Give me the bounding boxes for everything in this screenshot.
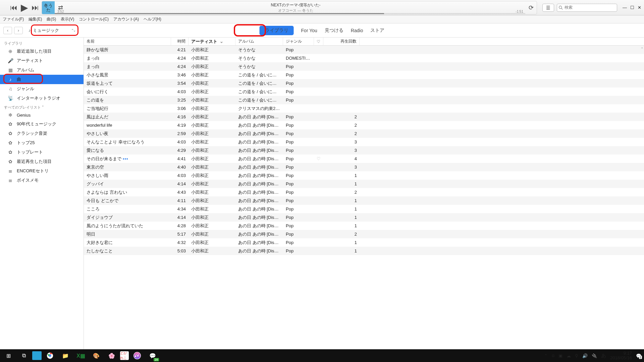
menu-item[interactable]: 曲(S) (47, 16, 56, 22)
sidebar-item[interactable]: ≣ENCOREセトリ (0, 166, 84, 176)
col-plays[interactable]: 再生回数 (323, 38, 360, 45)
table-row[interactable]: やさしい雨4:03小田和正あの日 あの時 [Disc 3]Pop1 (84, 171, 644, 180)
nav-tab[interactable]: ライブラリ (260, 26, 294, 35)
table-row[interactable]: そんなことより 幸せになろう4:03小田和正あの日 あの時 [Disc 3]Po… (84, 138, 644, 146)
nav-tab[interactable]: For You (301, 28, 317, 33)
tray-volume-icon[interactable]: 🔊 (582, 353, 588, 358)
tray-chevron-icon[interactable]: ⌃ (544, 353, 548, 358)
table-row[interactable]: 坂道を上って3:54小田和正この道を / 会いに行く…Pop (84, 79, 644, 87)
sidebar-item[interactable]: 🎤アーティスト (0, 56, 84, 65)
search-input[interactable] (565, 5, 615, 10)
col-name[interactable]: 名前 (84, 38, 171, 45)
nav-tab[interactable]: 見つける (325, 27, 343, 34)
table-row[interactable]: たしかなこと5:03小田和正あの日 あの時 [Disc 3]Pop1 (84, 247, 644, 255)
repeat-button[interactable]: ⟳ (525, 4, 537, 11)
table-row[interactable]: まっ白4:24小田和正そうかなDOMESTIC… (84, 54, 644, 62)
sidebar-item[interactable]: ♪曲 (0, 75, 84, 84)
table-row[interactable]: ダイジョウブ4:14小田和正あの日 あの時 [Disc 3]Pop1 (84, 213, 644, 222)
up-next-button[interactable]: ☰ (542, 4, 554, 12)
sidebar-item-label: クラシック音楽 (17, 130, 47, 136)
media-picker[interactable]: ♪ ミュージック ⌃⌄ (25, 26, 79, 35)
menu-item[interactable]: コントロール(C) (79, 16, 109, 22)
sidebar-item[interactable]: ✿トップレート (0, 147, 84, 157)
sidebar-item[interactable]: ▦アルバム (0, 65, 84, 75)
tray-onedrive-icon[interactable]: ☁ (567, 353, 571, 358)
tray-clock[interactable]: 9:172018/05/16 (610, 351, 632, 361)
taskbar-app-paint[interactable]: 🎨 (89, 349, 103, 362)
sidebar-item[interactable]: ✻Genius (0, 111, 84, 119)
tray-power-icon[interactable]: 🔌 (592, 353, 597, 358)
sidebar-item[interactable]: ✿クラシック音楽 (0, 129, 84, 138)
table-row[interactable]: こころ4:34小田和正あの日 あの時 [Disc 3]Pop1 (84, 205, 644, 213)
table-row[interactable]: まっ白4:24小田和正そうかなPop (84, 62, 644, 71)
taskbar-app[interactable]: 🌸 (105, 349, 119, 362)
table-row[interactable]: 小さな風景3:46小田和正この道を / 会いに行く…Pop (84, 71, 644, 79)
menu-item[interactable]: ファイル(F) (3, 16, 24, 22)
tray-notifications-icon[interactable]: 💬2 (636, 353, 641, 358)
table-row[interactable]: 大好きな君に4:32小田和正あの日 あの時 [Disc 3]Pop1 (84, 238, 644, 247)
back-button[interactable]: ‹ (3, 27, 12, 34)
table-row[interactable]: グッバイ4:14小田和正あの日 あの時 [Disc 3]Pop1 (84, 180, 644, 188)
table-row[interactable]: 東京の空4:40小田和正あの日 あの時 [Disc 3]Pop3 (84, 163, 644, 171)
taskbar-app-explorer[interactable]: 📁 (58, 349, 72, 362)
table-row[interactable]: 風のようにうたが流れていた4:28小田和正あの日 あの時 [Disc 3]Pop… (84, 222, 644, 230)
tray-ime-mode[interactable]: あ (601, 353, 606, 359)
taskbar-app[interactable] (32, 351, 42, 360)
table-row[interactable]: 会いに行く4:03小田和正この道を / 会いに行く…Pop (84, 87, 644, 96)
col-love[interactable]: ♡ (314, 38, 323, 45)
scroll-up-icon[interactable]: ⌃ (641, 47, 643, 51)
tray-dropbox-icon[interactable]: ⧈ (552, 353, 554, 358)
minimize-button[interactable]: — (623, 5, 627, 10)
sidebar-item[interactable]: ≣ボイスメモ (0, 176, 84, 185)
table-row[interactable]: ご当地紀行3:06小田和正クリスマスの約束2008 (84, 104, 644, 113)
taskbar-app-chrome[interactable] (43, 349, 57, 362)
play-button[interactable]: ▶ (21, 2, 28, 13)
table-row[interactable]: 静かな場所4:21小田和正そうかなPop (84, 46, 644, 54)
table-row[interactable]: 愛になる4:29小田和正あの日 あの時 [Disc 3]Pop3 (84, 146, 644, 155)
taskbar-app-excel[interactable]: X▦ (74, 349, 88, 362)
col-artist[interactable]: アーティスト ⌄ (189, 38, 235, 45)
col-time[interactable]: 時間 (171, 38, 189, 45)
col-genre[interactable]: ジャンル (283, 38, 314, 45)
cell-love[interactable]: ♡ (314, 156, 323, 161)
taskbar-app[interactable]: どがれこ (120, 351, 129, 360)
table-row[interactable]: その日が来るまで•••4:41小田和正あの日 あの時 [Disc 3]Pop♡4 (84, 155, 644, 163)
menu-item[interactable]: ヘルプ(H) (144, 16, 161, 22)
track-list[interactable]: ⌃ 静かな場所4:21小田和正そうかなPopまっ白4:24小田和正そうかなDOM… (84, 46, 644, 349)
start-button[interactable]: ⊞ (1, 349, 15, 362)
table-row[interactable]: 今日も どこかで4:11小田和正あの日 あの時 [Disc 3]Pop1 (84, 196, 644, 205)
table-row[interactable]: やさしい夜2:59小田和正あの日 あの時 [Disc 3]Pop2 (84, 129, 644, 138)
sidebar-item[interactable]: ♫ジャンル (0, 84, 84, 94)
search-field[interactable] (557, 4, 617, 12)
task-view-button[interactable]: ⧉ (17, 349, 31, 362)
col-album[interactable]: アルバム (235, 38, 283, 45)
tray-icon[interactable]: ▣ (558, 353, 562, 358)
menu-item[interactable]: 表示(V) (61, 16, 74, 22)
prev-track-button[interactable]: ⏮ (10, 3, 17, 12)
sidebar-item[interactable]: ✿90年代ミュージック (0, 119, 84, 129)
table-row[interactable]: この道を3:25小田和正この道を / 会いに行く…Pop (84, 96, 644, 104)
forward-button[interactable]: › (14, 27, 23, 34)
menu-item[interactable]: アカウント(A) (113, 16, 139, 22)
sidebar-item[interactable]: ⊕最近追加した項目 (0, 47, 84, 56)
tray-network-icon[interactable]: ⚲ (575, 353, 578, 358)
nav-tab[interactable]: ストア (370, 27, 384, 34)
table-row[interactable]: 明日5:17小田和正あの日 あの時 [Disc 3]Pop2 (84, 230, 644, 238)
table-row[interactable]: 風は止んだ4:16小田和正あの日 あの時 [Disc 3]Pop2 (84, 113, 644, 121)
progress-bar[interactable] (55, 13, 525, 14)
taskbar-app-itunes[interactable] (130, 349, 144, 362)
table-row[interactable]: さよならは 言わない4:43小田和正あの日 あの時 [Disc 3]Pop2 (84, 188, 644, 196)
nav-tab[interactable]: Radio (351, 28, 363, 33)
album-art[interactable]: 冬うた (42, 1, 55, 14)
sidebar-item[interactable]: 📡インターネットラジオ (0, 94, 84, 103)
taskbar-app-line[interactable]: 💬 (146, 349, 160, 362)
close-button[interactable]: ✕ (638, 5, 641, 10)
sidebar-item[interactable]: ✿最近再生した項目 (0, 157, 84, 166)
more-icon[interactable]: ••• (123, 156, 128, 161)
sidebar-item[interactable]: ✿トップ25 (0, 138, 84, 147)
next-track-button[interactable]: ⏭ (32, 3, 39, 12)
table-row[interactable]: wonderful life4:19小田和正あの日 あの時 [Disc 3]Po… (84, 121, 644, 129)
sidebar-heading-playlists[interactable]: すべてのプレイリスト ˅ (0, 103, 84, 111)
menu-item[interactable]: 編集(E) (29, 16, 42, 22)
maximize-button[interactable]: ☐ (630, 5, 634, 10)
